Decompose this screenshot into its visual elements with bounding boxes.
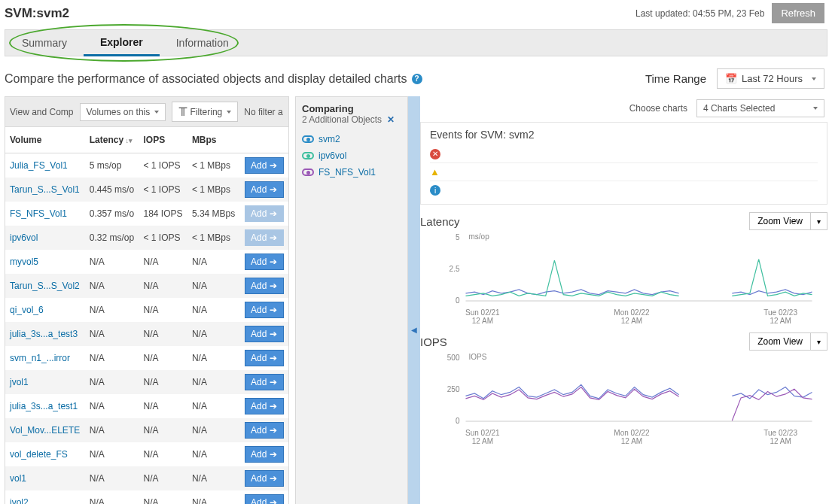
comparing-item[interactable]: svm2 xyxy=(302,131,401,147)
zoom-view-button[interactable]: Zoom View xyxy=(749,332,811,351)
clear-comparing-button[interactable]: ✕ xyxy=(387,114,395,125)
tab-information[interactable]: Information xyxy=(160,31,245,55)
zoom-dropdown[interactable]: ▾ xyxy=(811,212,827,230)
volume-link[interactable]: julia_3s...a_test3 xyxy=(10,329,78,339)
add-button[interactable]: Add➔ xyxy=(245,350,284,366)
chevron-left-icon: ◀ xyxy=(411,326,417,334)
latency-cell: N/A xyxy=(85,442,139,466)
svg-text:0: 0 xyxy=(456,296,460,305)
latency-cell: N/A xyxy=(85,298,139,322)
view-compare-dropdown[interactable]: Volumes on this xyxy=(80,103,166,121)
comparing-item-label[interactable]: ipv6vol xyxy=(318,150,346,161)
add-button[interactable]: Add➔ xyxy=(245,494,284,504)
volume-link[interactable]: Tarun_S...S_Vol1 xyxy=(10,184,80,195)
arrow-right-icon: ➔ xyxy=(270,473,277,484)
arrow-right-icon: ➔ xyxy=(270,232,277,243)
mbps-cell: N/A xyxy=(187,346,240,370)
volume-link[interactable]: myvol5 xyxy=(10,257,38,267)
refresh-button[interactable]: Refresh xyxy=(772,3,824,23)
iops-cell: < 1 IOPS xyxy=(139,153,187,178)
mbps-cell: < 1 MBps xyxy=(187,226,240,250)
volume-link[interactable]: qi_vol_6 xyxy=(10,305,44,315)
tabs-bar: Summary Explorer Information xyxy=(5,29,827,56)
table-row: myvol5N/AN/AN/AAdd➔ xyxy=(5,250,289,274)
volume-link[interactable]: vol_delete_FS xyxy=(10,449,68,460)
latency-cell: N/A xyxy=(85,322,139,346)
add-button[interactable]: Add➔ xyxy=(245,374,284,390)
svg-text:ms/op: ms/op xyxy=(469,232,490,241)
help-icon[interactable]: ? xyxy=(412,74,422,84)
volume-link[interactable]: Vol_Mov...ELETE xyxy=(10,425,80,436)
add-button[interactable]: Add➔ xyxy=(245,302,284,318)
arrow-right-icon: ➔ xyxy=(270,353,277,363)
add-button[interactable]: Add➔ xyxy=(245,398,284,414)
arrow-right-icon: ➔ xyxy=(270,160,277,171)
table-row: svm_n1_...irrorN/AN/AN/AAdd➔ xyxy=(5,346,289,370)
tab-explorer[interactable]: Explorer xyxy=(84,30,160,56)
comparing-panel: Comparing 2 Additional Objects ✕ svm2ipv… xyxy=(295,96,408,504)
comparing-item-label[interactable]: svm2 xyxy=(318,134,340,144)
iops-cell: N/A xyxy=(139,490,187,504)
mbps-cell: N/A xyxy=(187,418,240,442)
iops-cell: N/A xyxy=(139,346,187,370)
volume-link[interactable]: jvol1 xyxy=(10,377,29,387)
warning-icon: ▲ xyxy=(430,166,440,178)
table-row: FS_NFS_Vol10.357 ms/o184 IOPS5.34 MBpsAd… xyxy=(5,202,289,226)
zoom-dropdown[interactable]: ▾ xyxy=(811,332,827,351)
add-button[interactable]: Add➔ xyxy=(245,254,284,270)
svg-text:2.5: 2.5 xyxy=(450,265,460,273)
table-row: Vol_Mov...ELETEN/AN/AN/AAdd➔ xyxy=(5,418,289,442)
events-title: Events for SVM: svm2 xyxy=(430,129,818,141)
comparing-item-label[interactable]: FS_NFS_Vol1 xyxy=(318,167,376,178)
volume-link[interactable]: julia_3s...a_test1 xyxy=(10,401,78,411)
comparing-item[interactable]: FS_NFS_Vol1 xyxy=(302,164,401,181)
svg-text:IOPS: IOPS xyxy=(469,353,487,361)
timerange-dropdown[interactable]: 📅 Last 72 Hours xyxy=(717,68,824,89)
iops-cell: < 1 IOPS xyxy=(139,226,187,250)
add-button[interactable]: Add➔ xyxy=(245,278,284,294)
mbps-cell: N/A xyxy=(187,298,240,322)
volume-link[interactable]: FS_NFS_Vol1 xyxy=(10,208,67,219)
add-button[interactable]: Add➔ xyxy=(245,181,284,198)
add-button[interactable]: Add➔ xyxy=(245,326,284,342)
add-button: Add➔ xyxy=(245,229,284,246)
arrow-right-icon: ➔ xyxy=(270,377,277,387)
page-description: Compare the performance of associated ob… xyxy=(5,72,407,86)
iops-cell: N/A xyxy=(139,370,187,394)
critical-icon: ✕ xyxy=(430,149,440,159)
add-button[interactable]: Add➔ xyxy=(245,470,284,487)
table-row: jvol2N/AN/AN/AAdd➔ xyxy=(5,490,289,504)
chevron-down-icon xyxy=(813,107,818,110)
filtering-dropdown[interactable]: 𝍯 Filtering xyxy=(172,102,238,122)
chart-plot: 02.55ms/op xyxy=(420,230,827,308)
choose-charts-label: Choose charts xyxy=(629,103,687,114)
tab-summary[interactable]: Summary xyxy=(5,31,84,55)
volume-link[interactable]: Julia_FS_Vol1 xyxy=(10,160,68,171)
zoom-view-button[interactable]: Zoom View xyxy=(749,212,811,230)
table-row: qi_vol_6N/AN/AN/AAdd➔ xyxy=(5,298,289,322)
col-latency[interactable]: Latency ↓▾ xyxy=(85,127,139,153)
x-axis-labels: Sun 02/2112 AMMon 02/2212 AMTue 02/2312 … xyxy=(420,308,827,325)
comparing-item[interactable]: ipv6vol xyxy=(302,147,401,164)
volume-link[interactable]: svm_n1_...irror xyxy=(10,353,70,363)
mbps-cell: N/A xyxy=(187,250,240,274)
col-mbps[interactable]: MBps xyxy=(187,127,240,153)
chevron-down-icon xyxy=(812,77,816,80)
volume-link[interactable]: jvol2 xyxy=(10,497,29,504)
col-volume[interactable]: Volume xyxy=(5,127,85,153)
add-button[interactable]: Add➔ xyxy=(245,422,284,439)
svg-text:0: 0 xyxy=(456,417,460,425)
latency-cell: N/A xyxy=(85,466,139,490)
collapse-handle[interactable]: ◀ xyxy=(408,96,420,504)
eye-icon xyxy=(302,152,314,159)
choose-charts-dropdown[interactable]: 4 Charts Selected xyxy=(696,99,824,117)
eye-icon xyxy=(302,169,314,176)
mbps-cell: N/A xyxy=(187,274,240,298)
add-button[interactable]: Add➔ xyxy=(245,446,284,463)
volume-link[interactable]: vol1 xyxy=(10,473,26,484)
volume-link[interactable]: Tarun_S...S_Vol2 xyxy=(10,281,80,291)
add-button[interactable]: Add➔ xyxy=(245,157,284,174)
col-iops[interactable]: IOPS xyxy=(139,127,187,153)
volume-link[interactable]: ipv6vol xyxy=(10,232,38,243)
iops-cell: N/A xyxy=(139,274,187,298)
